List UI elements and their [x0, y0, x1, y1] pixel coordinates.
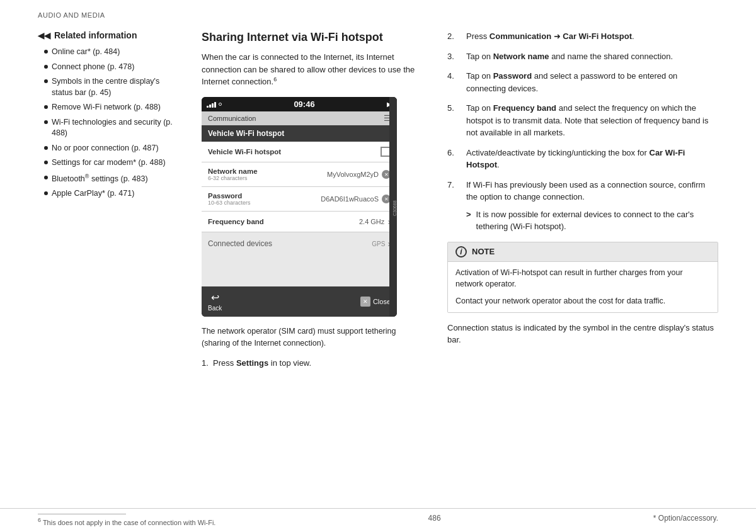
phone-back-button[interactable]: ↩ Back — [208, 291, 222, 312]
related-list-item: Wi-Fi technologies and security (p. 488) — [44, 117, 183, 139]
page-footer: 6 This does not apply in the case of con… — [0, 508, 756, 532]
step-5-content: Tap on Frequency band and select the fre… — [466, 102, 718, 139]
step-3-number: 3. — [447, 50, 460, 63]
related-list-item-text: Wi-Fi technologies and security (p. 488) — [52, 117, 183, 139]
phone-row-password-value: D6AD6I1wRuacoS ✕ — [321, 195, 391, 203]
related-list-item: Bluetooth® settings (p. 483) — [44, 173, 183, 185]
signal-bar-2 — [209, 105, 211, 108]
article-intro: When the car is connected to the Interne… — [202, 51, 422, 88]
phone-top-bar-label: Communication — [208, 115, 256, 122]
step-4-content: Tap on Password and select a password to… — [466, 70, 718, 94]
sub-item-text: It is now possible for external devices … — [476, 208, 718, 233]
related-list-item: Connect phone (p. 478) — [44, 62, 183, 73]
step-2: 2. Press Communication ➜ Car Wi-Fi Hotsp… — [447, 30, 718, 43]
option-note: * Option/accessory. — [653, 514, 718, 523]
sub-item-arrow-icon: > — [466, 208, 471, 233]
signal-bar-4 — [214, 102, 216, 108]
step-1: 1. Press Settings in top view. — [202, 357, 422, 370]
step-5-bold: Frequency band — [493, 103, 556, 113]
phone-empty-area — [202, 255, 397, 286]
phone-side-strip-text: C30688 — [392, 200, 397, 216]
related-list-item-text: Bluetooth® settings (p. 483) — [52, 173, 148, 185]
step-6: 6. Activate/deactivate by ticking/untick… — [447, 147, 718, 171]
phone-frequency-band-text: 2.4 GHz — [359, 218, 384, 225]
step-6-content: Activate/deactivate by ticking/unticking… — [466, 147, 718, 171]
related-list-item: Remove Wi-Fi network (p. 488) — [44, 102, 183, 113]
bullet-icon — [44, 191, 48, 195]
phone-gps-text: GPS — [372, 241, 385, 247]
bullet-icon — [44, 79, 48, 83]
related-list-item-text: No or poor connection (p. 487) — [52, 143, 159, 154]
step-6-bold: Car Wi-Fi Hotspot — [466, 148, 685, 170]
step-7-content: If Wi-Fi has previously been used as a c… — [466, 179, 718, 233]
step-2-bold2: Car Wi-Fi Hotspot — [563, 31, 632, 41]
phone-back-label: Back — [208, 305, 222, 312]
phone-status-bar: 09:46 ▶ — [202, 97, 397, 111]
bullet-icon — [44, 105, 48, 109]
phone-connected-devices-value: GPS › — [372, 239, 391, 249]
step-5-number: 5. — [447, 102, 460, 139]
phone-close-x-icon: ✕ — [360, 297, 370, 307]
note-header-label: NOTE — [472, 247, 495, 256]
step-1-number: 1. — [202, 358, 209, 368]
footnote-line — [38, 514, 126, 514]
middle-column: Sharing Internet via Wi-Fi hotspot When … — [202, 30, 441, 369]
signal-bar-1 — [207, 106, 209, 108]
step-2-number: 2. — [447, 30, 460, 43]
phone-close-button[interactable]: ✕ Close — [360, 297, 391, 307]
signal-bars-icon — [207, 101, 216, 108]
related-list-item-text: Apple CarPlay* (p. 471) — [52, 188, 134, 200]
article-intro-text: When the car is connected to the Interne… — [202, 52, 415, 86]
signal-bar-3 — [212, 103, 214, 108]
phone-top-bar: Communication ☰ — [202, 111, 397, 125]
phone-row-vehicle-wifi: Vehicle Wi-Fi hotspot — [202, 142, 397, 162]
step-4: 4. Tap on Password and select a password… — [447, 70, 718, 94]
step-3-bold: Network name — [493, 52, 549, 61]
step-4-number: 4. — [447, 70, 460, 94]
phone-row-frequency-band-value: 2.4 GHz › — [359, 217, 391, 227]
related-list-item: Apple CarPlay* (p. 471) — [44, 188, 183, 200]
related-list-item: Online car* (p. 484) — [44, 47, 183, 58]
footer-center: 486 — [428, 514, 441, 523]
phone-back-icon: ↩ — [211, 291, 219, 303]
step-1-text-post: in top view. — [268, 358, 311, 368]
related-list-item: No or poor connection (p. 487) — [44, 143, 183, 154]
back-arrows-icon: ◀◀ — [38, 31, 50, 40]
related-list-item-text: Remove Wi-Fi network (p. 488) — [52, 102, 161, 113]
note-header: i NOTE — [448, 242, 718, 262]
phone-close-label: Close — [373, 298, 391, 305]
related-info-list: Online car* (p. 484)Connect phone (p. 47… — [38, 47, 183, 200]
step-7: 7. If Wi-Fi has previously been used as … — [447, 179, 718, 233]
note-line-1: Activation of Wi-Fi-hotspot can result i… — [455, 267, 710, 291]
related-info-header: ◀◀ Related information — [38, 30, 183, 40]
header-title: AUDIO AND MEDIA — [38, 11, 105, 19]
related-list-item-text: Online car* (p. 484) — [52, 47, 120, 58]
related-list-item: Settings for car modem* (p. 488) — [44, 157, 183, 169]
step-3: 3. Tap on Network name and name the shar… — [447, 50, 718, 63]
bullet-icon — [44, 65, 48, 69]
step-2-bold1: Communication — [490, 31, 551, 41]
phone-row-vehicle-wifi-label: Vehicle Wi-Fi hotspot — [208, 148, 281, 156]
phone-row-network-name-labels: Network name 6-32 characters — [208, 167, 258, 181]
note-info-icon: i — [455, 246, 467, 258]
note-line-2: Contact your network operator about the … — [455, 295, 710, 307]
phone-password-sublabel: 10-63 characters — [208, 200, 251, 206]
connection-status-text: Connection status is indicated by the sy… — [447, 322, 718, 346]
footnote-ref: 6 — [273, 76, 277, 82]
phone-frequency-band-label: Frequency band — [208, 218, 264, 225]
step-1-bold: Settings — [236, 358, 268, 368]
phone-password-text: D6AD6I1wRuacoS — [321, 195, 379, 203]
page-header: AUDIO AND MEDIA — [0, 0, 756, 24]
footnote-number: 6 — [38, 517, 41, 523]
right-column: 2. Press Communication ➜ Car Wi-Fi Hotsp… — [441, 30, 718, 369]
related-list-item-text: Connect phone (p. 478) — [52, 62, 134, 73]
bullet-icon — [44, 146, 48, 150]
phone-network-name-label: Network name — [208, 167, 258, 175]
phone-network-name-text: MyVolvoxgM2yD — [327, 171, 379, 178]
sub-item-tethering: > It is now possible for external device… — [466, 208, 718, 233]
step-5: 5. Tap on Frequency band and select the … — [447, 102, 718, 139]
caption-text: The network operator (SIM card) must sup… — [202, 325, 422, 349]
related-list-item-text: Symbols in the centre display's status b… — [52, 76, 183, 98]
step-1-text-pre: Press — [213, 358, 236, 368]
related-list-item-text: Settings for car modem* (p. 488) — [52, 157, 166, 169]
